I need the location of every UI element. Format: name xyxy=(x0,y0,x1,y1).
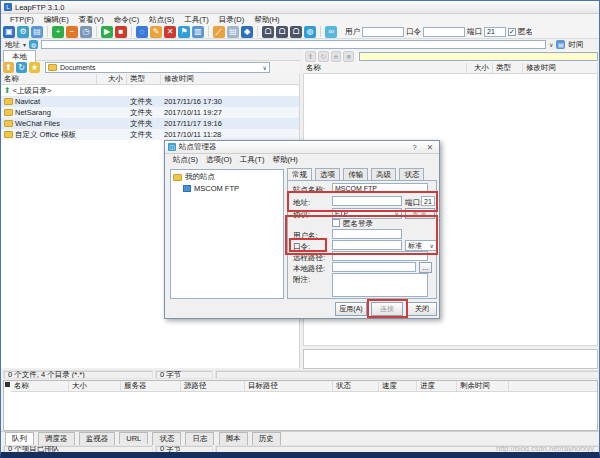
file-row[interactable]: 自定义 Office 模板 文件夹 2017/10/11 11:28 xyxy=(1,129,299,140)
qcol-server[interactable]: 服务器 xyxy=(121,381,181,391)
menu-site[interactable]: 站点(S) xyxy=(144,15,179,25)
close-button[interactable]: 关闭 xyxy=(407,302,437,316)
password-mode-dropdown[interactable]: 标准 ∨ xyxy=(405,240,437,251)
menu-ftp[interactable]: FTP(F) xyxy=(5,15,39,24)
queued-status: 0 个项目已排队 xyxy=(3,445,153,453)
tab-url[interactable]: URL xyxy=(119,432,148,444)
transfer-folder-icon[interactable]: ▥ xyxy=(192,26,204,38)
tree-root-item[interactable]: 我的站点 xyxy=(173,172,281,182)
qcol-progress[interactable]: 进度 xyxy=(417,381,457,391)
remote-stop-icon[interactable]: ■ xyxy=(343,51,354,62)
connect-icon[interactable]: ▣ xyxy=(3,26,15,38)
local-path-field[interactable] xyxy=(332,262,416,272)
find-local-icon[interactable]: ᗝ xyxy=(262,26,274,38)
remote-folder-up-icon[interactable]: ⬆ xyxy=(305,51,316,62)
remote-path-field[interactable] xyxy=(332,251,428,261)
favorites-icon[interactable]: ★ xyxy=(29,62,40,73)
address-caret-icon[interactable]: ▾ xyxy=(23,41,26,48)
anonymous-checkbox[interactable]: ✓ xyxy=(508,28,516,36)
dialog-menu-options[interactable]: 选项(O) xyxy=(202,155,236,165)
qcol-size[interactable]: 大小 xyxy=(69,381,121,391)
col-name[interactable]: 名称 xyxy=(303,63,467,73)
address-input[interactable] xyxy=(41,40,546,49)
col-size[interactable]: 大小 xyxy=(467,63,493,73)
col-size[interactable]: 大小 xyxy=(97,74,127,84)
port-field-input[interactable] xyxy=(421,196,435,206)
qcol-source-path[interactable]: 源路径 xyxy=(181,381,245,391)
dialog-menu-tools[interactable]: 工具(T) xyxy=(236,155,269,165)
up-directory-row[interactable]: ⬆ <上级目录> xyxy=(1,85,299,96)
notes-textarea[interactable] xyxy=(332,273,428,297)
qcol-time-left[interactable]: 剩余时间 xyxy=(457,381,509,391)
port-input[interactable] xyxy=(484,27,506,37)
settings-icon[interactable]: ⚙ xyxy=(17,26,29,38)
address-dropdown-icon[interactable]: ∨ xyxy=(549,41,553,48)
folder-up-icon[interactable]: ⬆ xyxy=(3,62,14,73)
connect-button[interactable]: 连接 xyxy=(371,302,403,316)
up-arrow-icon: ⬆ xyxy=(4,86,11,95)
combo-caret-icon[interactable]: ∨ xyxy=(263,64,267,71)
dialog-help-button[interactable]: ? xyxy=(409,143,421,152)
col-type[interactable]: 类型 xyxy=(127,74,161,84)
remote-favorites-icon[interactable]: ★ xyxy=(331,51,342,62)
rename-icon[interactable]: ／ xyxy=(213,26,225,38)
file-row[interactable]: WeChat Files 文件夹 2017/11/17 19:16 xyxy=(1,118,299,129)
qcol-speed[interactable]: 速度 xyxy=(379,381,417,391)
dialog-tab-strip: 常规 选项 传输 高级 状态 xyxy=(287,168,437,180)
qcol-name[interactable]: 名称 xyxy=(11,381,69,391)
remote-refresh-icon[interactable]: ↻ xyxy=(318,51,329,62)
link-icon[interactable]: ∞ xyxy=(325,26,337,38)
user-input[interactable] xyxy=(362,27,404,37)
go-icon[interactable]: ▤ xyxy=(556,40,565,49)
protocol-dropdown[interactable]: FTP ∨ xyxy=(332,208,402,219)
remote-path-input[interactable] xyxy=(359,52,598,61)
menu-help[interactable]: 帮助(H) xyxy=(249,15,284,25)
notes-icon[interactable]: ▤ xyxy=(227,26,239,38)
menu-view[interactable]: 查看(V) xyxy=(74,15,109,25)
remove-icon[interactable]: − xyxy=(66,26,78,38)
password-input[interactable] xyxy=(423,27,465,37)
address-field-input[interactable] xyxy=(332,196,402,206)
anonymous-login-checkbox[interactable] xyxy=(332,219,340,227)
local-path-combo[interactable]: Documents ∨ xyxy=(45,62,270,73)
find-remote-icon[interactable]: ᗝ xyxy=(276,26,288,38)
dialog-close-icon[interactable]: ✕ xyxy=(424,143,436,152)
col-modified[interactable]: 修改时间 xyxy=(523,63,598,73)
search-icon[interactable]: ◌ xyxy=(136,26,148,38)
qcol-target-path[interactable]: 目标路径 xyxy=(245,381,333,391)
tree-site-item[interactable]: MSCOM FTP xyxy=(183,184,281,193)
username-input[interactable] xyxy=(332,229,402,239)
apply-button[interactable]: 应用(A) xyxy=(335,302,367,316)
file-row[interactable]: Navicat 文件夹 2017/11/16 17:30 xyxy=(1,96,299,107)
address-site-icon[interactable]: ◍ xyxy=(29,40,38,49)
menu-edit[interactable]: 编辑(E) xyxy=(39,15,74,25)
refresh-icon[interactable]: ↻ xyxy=(16,62,27,73)
folder-open-icon[interactable]: ▤ xyxy=(31,26,43,38)
menu-command[interactable]: 命令(C) xyxy=(109,15,144,25)
dialog-menu-site[interactable]: 站点(S) xyxy=(169,155,202,165)
file-row[interactable]: NetSarang 文件夹 2017/10/11 19:27 xyxy=(1,107,299,118)
flag-icon[interactable]: ⚑ xyxy=(178,26,190,38)
password-field-input[interactable] xyxy=(332,240,402,250)
site-name-input[interactable] xyxy=(332,183,428,193)
browse-button[interactable]: ... xyxy=(419,262,432,273)
schedule-icon[interactable]: ◷ xyxy=(80,26,92,38)
menu-directory[interactable]: 目录(D) xyxy=(214,15,249,25)
col-modified[interactable]: 修改时间 xyxy=(161,74,300,84)
stop-icon[interactable]: ■ xyxy=(115,26,127,38)
remote-path-label: 远程路径: xyxy=(293,253,325,263)
dialog-menu-help[interactable]: 帮助(H) xyxy=(268,155,301,165)
col-type[interactable]: 类型 xyxy=(493,63,523,73)
web-icon[interactable]: ◍ xyxy=(304,26,316,38)
menu-tools[interactable]: 工具(T) xyxy=(179,15,214,25)
delete-icon[interactable]: ✕ xyxy=(164,26,176,38)
queue-drag-handle-icon[interactable] xyxy=(5,382,10,387)
sync-icon[interactable]: ◆ xyxy=(241,26,253,38)
start-icon[interactable]: ▶ xyxy=(101,26,113,38)
edit-icon[interactable]: ✎ xyxy=(150,26,162,38)
add-icon[interactable]: + xyxy=(52,26,64,38)
qcol-status[interactable]: 状态 xyxy=(333,381,379,391)
col-name[interactable]: 名称 xyxy=(1,74,97,84)
find-all-icon[interactable]: ᗝ xyxy=(290,26,302,38)
configure-button[interactable]: 配置 xyxy=(405,208,435,219)
